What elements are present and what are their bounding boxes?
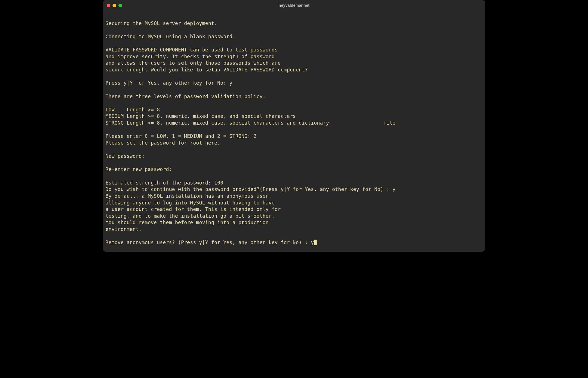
terminal-line: You should remove them before moving int… bbox=[106, 220, 269, 225]
terminal-line: VALIDATE PASSWORD COMPONENT can be used … bbox=[106, 47, 278, 53]
traffic-lights bbox=[107, 4, 122, 7]
terminal-line: Securing the MySQL server deployment. bbox=[106, 21, 217, 26]
terminal-line: and allows the users to set only those p… bbox=[106, 60, 281, 66]
terminal-line: MEDIUM Length >= 8, numeric, mixed case,… bbox=[106, 113, 296, 119]
terminal-line: Re-enter new password: bbox=[106, 166, 172, 172]
terminal-line: Please enter 0 = LOW, 1 = MEDIUM and 2 =… bbox=[106, 133, 257, 139]
terminal-line: Press y|Y for Yes, any other key for No:… bbox=[106, 80, 232, 86]
terminal-line: LOW Length >= 8 bbox=[106, 107, 160, 112]
terminal-line: and improve security. It checks the stre… bbox=[106, 54, 275, 59]
terminal-output[interactable]: Securing the MySQL server deployment. Co… bbox=[103, 11, 485, 252]
maximize-icon[interactable] bbox=[118, 4, 122, 7]
terminal-line: environment. bbox=[106, 226, 142, 232]
terminal-line: allowing anyone to log into MySQL withou… bbox=[106, 200, 275, 206]
close-icon[interactable] bbox=[107, 4, 110, 7]
cursor-icon bbox=[314, 240, 317, 245]
terminal-line: Do you wish to continue with the passwor… bbox=[106, 186, 396, 192]
terminal-line: There are three levels of password valid… bbox=[106, 94, 266, 99]
minimize-icon[interactable] bbox=[113, 4, 116, 7]
terminal-line: By default, a MySQL installation has an … bbox=[106, 193, 271, 199]
terminal-line: Connecting to MySQL using a blank passwo… bbox=[106, 34, 235, 39]
terminal-line: a user account created for them. This is… bbox=[106, 206, 281, 212]
terminal-line: testing, and to make the installation go… bbox=[106, 213, 275, 219]
terminal-window: heyvaldemar.net Securing the MySQL serve… bbox=[103, 0, 485, 252]
terminal-line: STRONG Length >= 8, numeric, mixed case,… bbox=[106, 120, 396, 126]
terminal-line: secure enough. Would you like to setup V… bbox=[106, 67, 308, 73]
titlebar: heyvaldemar.net bbox=[103, 0, 485, 11]
window-title: heyvaldemar.net bbox=[279, 3, 309, 8]
terminal-line: New password: bbox=[106, 153, 145, 159]
terminal-line: Please set the password for root here. bbox=[106, 140, 220, 146]
terminal-line: Estimated strength of the password: 100 bbox=[106, 180, 223, 186]
terminal-line: Remove anonymous users? (Press y|Y for Y… bbox=[106, 240, 314, 245]
